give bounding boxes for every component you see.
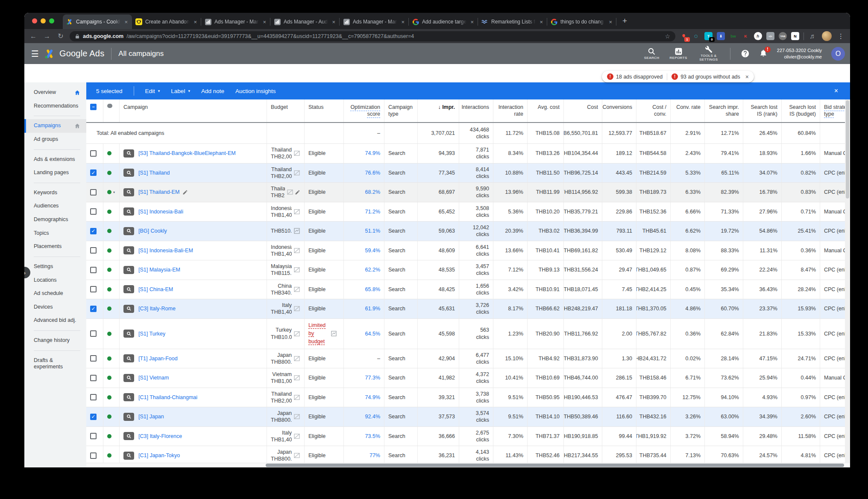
browser-tab[interactable]: Ads Manager - Manage Ads× [201, 15, 270, 29]
header-crate[interactable]: Conv. rate [671, 99, 705, 122]
row-checkbox[interactable] [90, 330, 97, 337]
row-budget-cell[interactable]: ThailandTHB2,00.. [267, 388, 305, 407]
header-impr[interactable]: ↓ Impr. [418, 99, 459, 122]
enabled-status-icon[interactable] [107, 453, 111, 458]
row-checkbox[interactable] [90, 208, 97, 215]
extension-bw-icon[interactable]: bw [729, 32, 737, 40]
row-opt-score-cell[interactable]: 68.2% [344, 183, 384, 202]
enabled-status-icon[interactable] [107, 210, 111, 214]
row-budget-cell[interactable]: JapanTHB800... [267, 407, 305, 426]
row-opt-score-cell[interactable]: 62.2% [344, 260, 384, 280]
campaign-name-link[interactable]: [S1] Malaysia-EM [138, 267, 180, 273]
campaign-name-link[interactable]: [C3] Italy-Florence [138, 433, 182, 439]
row-status-cell[interactable]: Eligible [305, 280, 344, 299]
row-budget-cell[interactable]: ItalyTHB1,40.. [267, 427, 305, 446]
horizontal-scrollbar[interactable] [86, 463, 850, 467]
row-status-cell[interactable]: Eligible [305, 144, 344, 163]
header-cost[interactable]: Cost [564, 99, 602, 122]
campaign-name-link[interactable]: [S3] Thailand-Bangkok-BlueElephant-EM [138, 150, 236, 156]
add-note-button[interactable]: Add note [201, 88, 224, 94]
back-icon[interactable]: ← [29, 32, 38, 40]
row-budget-cell[interactable]: JapanTHB800... [267, 446, 305, 463]
browser-tab[interactable]: Ads Manager - Audiences× [270, 15, 340, 29]
budget-report-icon[interactable] [287, 189, 293, 196]
campaign-detail-icon[interactable] [123, 149, 134, 158]
tab-close-icon[interactable]: × [262, 19, 267, 25]
row-status-cell[interactable]: Eligible [305, 222, 344, 241]
enabled-status-icon[interactable] [107, 229, 111, 233]
header-sis[interactable]: Search impr. share [705, 99, 743, 122]
sidebar-item-ads-extensions[interactable]: Ads & extensions [24, 153, 86, 166]
budget-report-icon[interactable] [293, 247, 300, 254]
row-opt-score-cell[interactable]: 74.9% [344, 144, 384, 163]
browser-tab[interactable]: Ads Manager - Manage Ads× [340, 15, 409, 29]
campaign-detail-icon[interactable] [123, 169, 134, 177]
enabled-status-icon[interactable] [107, 287, 111, 292]
campaign-detail-icon[interactable] [123, 285, 134, 293]
enabled-status-icon[interactable] [107, 395, 111, 400]
bookmark-star-icon[interactable]: ☆ [665, 33, 670, 40]
campaign-detail-icon[interactable] [123, 393, 134, 401]
enabled-status-icon[interactable] [107, 306, 111, 311]
row-status-cell[interactable]: Eligible [305, 349, 344, 368]
edit-pencil-icon[interactable] [182, 190, 188, 195]
campaign-detail-icon[interactable] [123, 188, 134, 196]
vertical-scrollbar[interactable] [845, 99, 850, 463]
header-lrank[interactable]: Search lost IS (rank) [743, 99, 782, 122]
notifications-bell-icon[interactable]: ! [759, 49, 768, 59]
row-status-cell[interactable]: Eligible [305, 299, 344, 318]
enabled-status-icon[interactable] [107, 268, 111, 272]
campaign-detail-icon[interactable] [123, 413, 134, 421]
row-status-cell[interactable]: Eligible [305, 163, 344, 183]
tab-close-icon[interactable]: × [193, 19, 198, 25]
browser-menu-icon[interactable]: ⋮ [836, 32, 846, 40]
campaign-name-link[interactable]: [T1] Japan-Food [138, 356, 178, 362]
row-checkbox[interactable] [90, 433, 97, 439]
header-conv[interactable]: Conversions [602, 99, 636, 122]
reports-button[interactable]: REPORTS [669, 47, 687, 60]
extension-code-icon[interactable]: </> [766, 32, 774, 40]
row-opt-score-cell[interactable]: 61.9% [344, 299, 384, 318]
sidebar-item-change-history[interactable]: Change history [24, 334, 86, 347]
sidebar-item-settings[interactable]: Settings [24, 260, 86, 274]
campaign-name-link[interactable]: [S1] Turkey [138, 331, 165, 337]
budget-report-icon[interactable] [293, 305, 300, 312]
sidebar-item-ad-groups[interactable]: Ad groups [24, 133, 86, 146]
browser-tab[interactable]: things to do chiang mai - Go× [547, 15, 616, 29]
select-all-checkbox[interactable]: – [90, 104, 97, 110]
close-action-bar-icon[interactable]: × [834, 87, 838, 95]
hamburger-menu-icon[interactable]: ☰ [29, 49, 44, 59]
header-irate[interactable]: Interaction rate [493, 99, 528, 122]
row-status-cell[interactable]: Eligible [305, 202, 344, 222]
budget-report-icon[interactable] [293, 413, 300, 420]
campaign-name-link[interactable]: [S1] Vietnam [138, 375, 169, 381]
account-info[interactable]: 227-053-3202 Cookly olivier@cookly.me [777, 47, 822, 60]
tab-close-icon[interactable]: × [400, 19, 405, 25]
budget-report-icon[interactable] [293, 452, 300, 459]
edit-button[interactable]: Edit▾ [145, 88, 160, 94]
tab-close-icon[interactable]: × [539, 19, 544, 25]
row-checkbox[interactable]: ✓ [90, 228, 97, 234]
account-avatar[interactable]: O [831, 47, 845, 61]
budget-report-icon[interactable] [293, 330, 300, 337]
row-budget-cell[interactable]: TurkeyTHB10.0... [267, 319, 305, 349]
budget-report-icon[interactable] [293, 374, 300, 381]
budget-report-icon[interactable] [293, 355, 300, 362]
sidebar-item-placements[interactable]: Placements [24, 240, 86, 254]
campaign-detail-icon[interactable] [123, 227, 134, 235]
row-checkbox[interactable] [90, 286, 97, 292]
campaign-detail-icon[interactable] [123, 207, 134, 216]
campaign-name-link[interactable]: [C1] Thailand-Chiangmai [138, 394, 197, 400]
budget-report-icon[interactable] [293, 433, 300, 440]
header-type[interactable]: Campaign type [384, 99, 418, 122]
row-budget-cell[interactable]: IndonesiaTHB1,40.. [267, 202, 305, 222]
campaign-name-link[interactable]: [S1] Indonesia-Bali-EM [138, 248, 193, 254]
row-budget-cell[interactable]: ChinaTHB340... [267, 280, 305, 299]
row-status-cell[interactable]: Eligible [305, 427, 344, 446]
extension-yab-icon[interactable]: YAB [779, 32, 787, 40]
row-status-cell[interactable]: Eligible [305, 368, 344, 388]
extension-k-app-icon[interactable]: K [742, 32, 750, 40]
campaign-name-link[interactable]: [S1] Thailand-EM [138, 189, 179, 195]
auction-insights-button[interactable]: Auction insights [235, 88, 276, 94]
maximize-window-button[interactable] [49, 18, 54, 23]
